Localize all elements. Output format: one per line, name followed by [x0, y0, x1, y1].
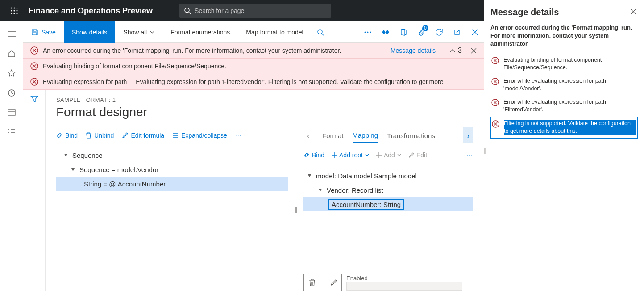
toolbar-attach-icon[interactable]: 0 — [412, 21, 430, 43]
tree-item-sequence-vendor[interactable]: Sequence = model.Vendor — [56, 162, 288, 177]
svg-line-16 — [322, 34, 324, 35]
banner-text: Evaluating binding of format component F… — [43, 63, 226, 70]
chevron-down-icon — [150, 31, 154, 34]
mapping-bind-button[interactable]: Bind — [303, 152, 324, 159]
filter-icon[interactable] — [30, 96, 38, 291]
add-root-button[interactable]: Add root — [332, 152, 369, 159]
toolbar-close-icon[interactable] — [466, 21, 484, 43]
map-format-to-model-button[interactable]: Map format to model — [238, 21, 311, 43]
pencil-icon — [122, 132, 128, 139]
save-icon — [31, 29, 38, 36]
error-icon — [30, 46, 38, 55]
list-icon — [172, 133, 179, 138]
chevron-down-icon — [365, 154, 369, 156]
left-rail — [0, 21, 23, 291]
model-vendor[interactable]: Vendor: Record list — [303, 183, 473, 197]
tree-item-string-account[interactable]: String = @.AccountNumber — [56, 177, 288, 191]
save-button[interactable]: Save — [23, 21, 64, 43]
workspace-icon[interactable] — [0, 103, 23, 122]
message-details-panel: Message details An error occurred during… — [484, 0, 644, 291]
svg-point-8 — [16, 13, 17, 14]
toolbar-refresh-icon[interactable] — [430, 21, 448, 43]
format-enumerations-button[interactable]: Format enumerations — [162, 21, 238, 43]
panel-error-item[interactable]: Error while evaluating expression for pa… — [490, 75, 638, 96]
error-icon — [492, 120, 499, 128]
home-icon[interactable] — [0, 44, 23, 63]
show-all-button[interactable]: Show all — [115, 21, 162, 43]
expand-collapse-button[interactable]: Expand/collapse — [172, 132, 227, 139]
error-icon — [491, 57, 499, 64]
svg-point-3 — [11, 10, 12, 11]
enabled-label: Enabled — [346, 275, 462, 282]
page-toolbar: Save Show details Show all Format enumer… — [23, 21, 484, 43]
error-icon — [30, 78, 38, 86]
svg-point-4 — [13, 10, 15, 11]
error-icon — [491, 99, 499, 106]
svg-point-15 — [318, 30, 322, 34]
tab-mapping[interactable]: Mapping — [353, 129, 378, 143]
svg-point-1 — [13, 7, 15, 8]
model-root[interactable]: model: Data model Sample model — [303, 169, 473, 183]
app-title: Finance and Operations Preview — [29, 6, 153, 16]
delete-button[interactable] — [303, 274, 320, 291]
toolbar-diamond-icon[interactable] — [377, 21, 395, 43]
add-button[interactable]: Add — [376, 152, 401, 159]
search-icon — [184, 7, 191, 14]
toolbar-more-icon[interactable] — [359, 21, 377, 43]
error-banner-3: Evaluating expression for path Evaluatin… — [23, 74, 484, 90]
panel-error-item[interactable]: Evaluating binding of format component F… — [490, 54, 638, 75]
splitter-handle[interactable]: ‖ — [294, 127, 298, 291]
banner-text: An error occurred during the 'Format map… — [43, 47, 341, 54]
hamburger-icon[interactable] — [0, 24, 23, 44]
banner-close-icon[interactable] — [471, 48, 477, 54]
star-icon[interactable] — [0, 63, 23, 83]
plus-icon — [376, 152, 382, 158]
modules-icon[interactable] — [0, 122, 23, 142]
error-icon — [30, 62, 38, 70]
panel-error-item-selected[interactable]: Filtering is not supported. Validate the… — [490, 117, 638, 139]
pencil-icon — [408, 152, 414, 158]
trash-icon — [86, 132, 91, 139]
panel-error-item[interactable]: Error while evaluating expression for pa… — [490, 96, 638, 117]
svg-point-0 — [11, 7, 12, 8]
clock-icon[interactable] — [0, 83, 23, 103]
edit-formula-button[interactable]: Edit formula — [122, 132, 164, 139]
unbind-button[interactable]: Unbind — [86, 132, 114, 139]
tab-prev-icon[interactable]: ‹ — [303, 127, 313, 143]
edit-square-button[interactable] — [325, 274, 342, 291]
tree-item-sequence[interactable]: Sequence — [56, 148, 288, 162]
panel-title: Message details — [490, 7, 559, 17]
chevron-down-icon — [397, 154, 401, 156]
svg-point-9 — [185, 8, 189, 13]
search-input[interactable]: Search for a page — [179, 4, 331, 18]
toolbar-search-icon[interactable] — [312, 21, 329, 43]
trash-icon — [309, 279, 316, 286]
attach-badge: 0 — [422, 25, 428, 31]
panel-resize-handle[interactable]: ‖ — [483, 148, 486, 154]
link-icon — [303, 152, 310, 158]
svg-line-10 — [189, 12, 191, 14]
app-launcher-icon[interactable] — [4, 0, 25, 21]
toolbar-office-icon[interactable] — [395, 21, 412, 43]
tab-format[interactable]: Format — [322, 129, 344, 142]
error-banner-2: Evaluating binding of format component F… — [23, 59, 484, 74]
tab-next-icon[interactable]: › — [463, 127, 473, 143]
svg-point-18 — [367, 31, 369, 33]
banner-collapse[interactable]: 3 — [450, 46, 462, 55]
show-details-button[interactable]: Show details — [64, 21, 115, 43]
svg-point-17 — [365, 31, 366, 33]
panel-close-icon[interactable] — [629, 7, 638, 16]
mapping-more-icon[interactable]: ··· — [466, 152, 473, 159]
enabled-field[interactable] — [346, 282, 462, 291]
svg-point-7 — [13, 13, 15, 14]
bind-button[interactable]: Bind — [56, 132, 78, 139]
plus-icon — [332, 152, 337, 158]
toolbar-popout-icon[interactable] — [448, 21, 466, 43]
pencil-icon — [330, 279, 337, 286]
model-account-number[interactable]: AccountNumber: String — [303, 197, 473, 211]
edit-button[interactable]: Edit — [408, 152, 427, 159]
more-icon[interactable]: ··· — [235, 132, 242, 139]
tab-transformations[interactable]: Transformations — [387, 129, 435, 142]
link-icon — [56, 132, 62, 139]
message-details-link[interactable]: Message details — [391, 47, 441, 54]
